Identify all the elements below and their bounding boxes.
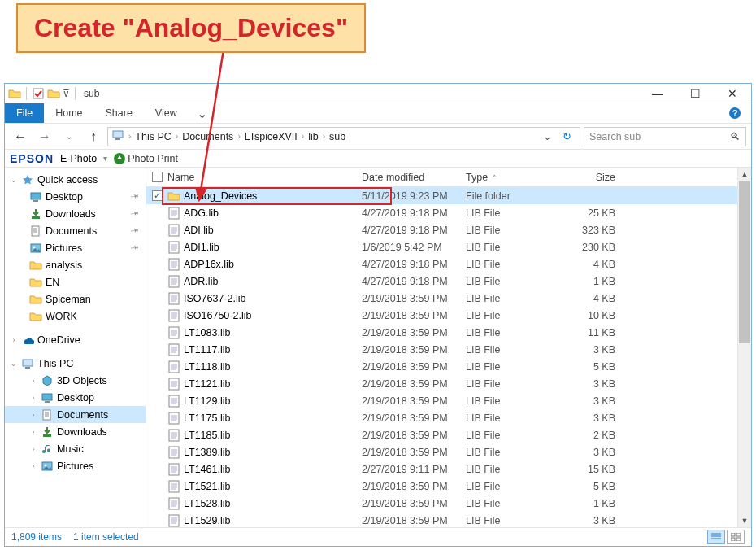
sidebar-item-spiceman[interactable]: Spiceman: [5, 290, 146, 308]
table-row[interactable]: ISO7637-2.lib2/19/2018 3:59 PMLIB File4 …: [146, 290, 751, 307]
search-input[interactable]: Search sub 🔍︎: [584, 127, 746, 146]
sort-indicator-icon: ˄: [493, 174, 497, 182]
maximize-button[interactable]: ☐: [676, 84, 714, 103]
sidebar-item-pictures[interactable]: Pictures📌︎: [5, 239, 146, 256]
svg-rect-35: [169, 464, 179, 475]
column-name[interactable]: Name: [163, 172, 357, 183]
column-date[interactable]: Date modified: [357, 172, 461, 183]
star-icon: [21, 173, 34, 186]
sidebar-item-downloads[interactable]: ›Downloads: [5, 423, 146, 440]
breadcrumb[interactable]: lib: [306, 131, 320, 142]
sidebar-item-analysis[interactable]: analysis: [5, 256, 146, 273]
sidebar-item-downloads[interactable]: Downloads📌︎: [5, 205, 146, 222]
sidebar-item-work[interactable]: WORK: [5, 308, 146, 325]
help-icon[interactable]: ?: [719, 103, 751, 123]
breadcrumb[interactable]: LTspiceXVII: [243, 131, 299, 142]
tab-home[interactable]: Home: [44, 103, 93, 123]
tab-view[interactable]: View: [144, 103, 189, 123]
breadcrumb[interactable]: Documents: [180, 131, 235, 142]
row-checkbox[interactable]: ✓: [152, 190, 163, 201]
tab-file[interactable]: File: [5, 103, 44, 123]
file-size: 4 KB: [554, 259, 632, 270]
table-row[interactable]: LT1117.lib2/19/2018 3:59 PMLIB File3 KB: [146, 341, 751, 358]
chevron-right-icon[interactable]: ›: [235, 132, 242, 141]
chevron-right-icon[interactable]: ›: [29, 394, 37, 402]
table-row[interactable]: LT1185.lib2/19/2018 3:59 PMLIB File2 KB: [146, 426, 751, 443]
folder-icon[interactable]: [47, 87, 60, 100]
address-bar[interactable]: › This PC › Documents › LTspiceXVII › li…: [107, 127, 580, 146]
qat-overflow[interactable]: ⊽: [63, 88, 70, 99]
minimize-button[interactable]: —: [639, 84, 676, 103]
sidebar-item-en[interactable]: EN: [5, 273, 146, 290]
chevron-right-icon[interactable]: ›: [126, 132, 133, 141]
sidebar-item-desktop[interactable]: ›Desktop: [5, 389, 146, 406]
up-button[interactable]: ↑: [83, 126, 104, 147]
chevron-right-icon[interactable]: ›: [29, 445, 37, 453]
svg-rect-28: [169, 344, 179, 356]
chevron-right-icon[interactable]: ›: [10, 336, 18, 344]
checkbox-selected-icon[interactable]: [32, 87, 45, 100]
table-row[interactable]: ADP16x.lib4/27/2019 9:18 PMLIB File4 KB: [146, 255, 751, 273]
collapse-icon[interactable]: ⌄: [10, 176, 18, 184]
table-row[interactable]: LT1521.lib2/19/2018 3:59 PMLIB File5 KB: [146, 478, 751, 495]
scroll-down-icon[interactable]: ▼: [738, 514, 751, 527]
breadcrumb[interactable]: sub: [328, 131, 347, 142]
sidebar-item-documents[interactable]: ›Documents: [5, 406, 146, 423]
sidebar-item-documents[interactable]: Documents📌︎: [5, 222, 146, 239]
sidebar-item-desktop[interactable]: Desktop📌︎: [5, 188, 146, 205]
sidebar-item-pictures[interactable]: ›Pictures: [5, 457, 146, 474]
nav-this-pc[interactable]: ⌄ This PC: [5, 355, 146, 372]
table-row[interactable]: ADI.lib4/27/2019 9:18 PMLIB File323 KB: [146, 221, 751, 238]
table-row[interactable]: ISO16750-2.lib2/19/2018 3:59 PMLIB File1…: [146, 307, 751, 324]
sidebar-item-3d-objects[interactable]: ›3D Objects: [5, 372, 146, 389]
table-row[interactable]: LT1118.lib2/19/2018 3:59 PMLIB File5 KB: [146, 358, 751, 375]
view-details-button[interactable]: [707, 530, 725, 544]
chevron-right-icon[interactable]: ›: [29, 462, 37, 470]
epson-ephoto[interactable]: E-Photo: [60, 153, 97, 164]
annotation-text: Create "Analog_Devices": [34, 13, 348, 42]
table-row[interactable]: LT1528.lib2/19/2018 3:59 PMLIB File1 KB: [146, 495, 751, 512]
forward-button[interactable]: →: [34, 126, 55, 147]
table-row[interactable]: LT1175.lib2/19/2018 3:59 PMLIB File3 KB: [146, 409, 751, 426]
vertical-scrollbar[interactable]: ▲ ▼: [737, 168, 751, 527]
back-button[interactable]: ←: [10, 126, 31, 147]
close-button[interactable]: ✕: [714, 84, 751, 103]
tab-share[interactable]: Share: [94, 103, 144, 123]
scroll-up-icon[interactable]: ▲: [738, 168, 751, 181]
column-checkbox[interactable]: [146, 172, 163, 182]
table-row[interactable]: ✓Analog_Devices5/11/2019 9:23 PMFile fol…: [146, 187, 751, 204]
table-row[interactable]: LT1529.lib2/19/2018 3:59 PMLIB File3 KB: [146, 512, 751, 527]
table-row[interactable]: ADG.lib4/27/2019 9:18 PMLIB File25 KB: [146, 204, 751, 221]
chevron-right-icon[interactable]: ›: [173, 132, 180, 141]
scrollbar-thumb[interactable]: [739, 181, 750, 343]
table-row[interactable]: LT1389.lib2/19/2018 3:59 PMLIB File3 KB: [146, 443, 751, 461]
history-dropdown[interactable]: ⌄: [59, 126, 80, 147]
chevron-right-icon[interactable]: ›: [29, 411, 37, 419]
photo-print-button[interactable]: Photo Print: [114, 153, 178, 164]
chevron-right-icon[interactable]: ›: [320, 132, 328, 141]
nav-quick-access[interactable]: ⌄ Quick access: [5, 171, 146, 188]
nav-onedrive[interactable]: › OneDrive: [5, 331, 146, 348]
file-name: ADI.lib: [184, 225, 214, 236]
table-row[interactable]: LT1461.lib2/27/2019 9:11 PMLIB File15 KB: [146, 461, 751, 478]
view-large-icons-button[interactable]: [727, 530, 745, 544]
table-row[interactable]: ADI1.lib1/6/2019 5:42 PMLIB File230 KB: [146, 238, 751, 255]
chevron-right-icon[interactable]: ›: [29, 377, 37, 385]
column-size[interactable]: Size: [554, 172, 632, 183]
file-name: ADP16x.lib: [184, 259, 234, 270]
refresh-icon[interactable]: ↻: [556, 130, 578, 142]
chevron-right-icon[interactable]: ›: [299, 132, 306, 141]
table-row[interactable]: ADR.lib4/27/2019 9:18 PMLIB File1 KB: [146, 273, 751, 290]
sidebar-item-music[interactable]: ›Music: [5, 440, 146, 457]
breadcrumb[interactable]: This PC: [133, 131, 172, 142]
table-row[interactable]: LT1121.lib2/19/2018 3:59 PMLIB File3 KB: [146, 375, 751, 392]
chevron-right-icon[interactable]: ›: [29, 428, 37, 436]
table-row[interactable]: LT1129.lib2/19/2018 3:59 PMLIB File3 KB: [146, 392, 751, 409]
address-dropdown[interactable]: ⌄: [539, 130, 556, 142]
column-type[interactable]: Type˄: [461, 172, 554, 183]
collapse-icon[interactable]: ⌄: [10, 360, 18, 368]
svg-rect-24: [169, 276, 179, 287]
epson-dropdown-icon[interactable]: ▾: [103, 154, 107, 163]
collapse-ribbon-icon[interactable]: ⌄: [189, 103, 215, 123]
table-row[interactable]: LT1083.lib2/19/2018 3:59 PMLIB File11 KB: [146, 324, 751, 341]
